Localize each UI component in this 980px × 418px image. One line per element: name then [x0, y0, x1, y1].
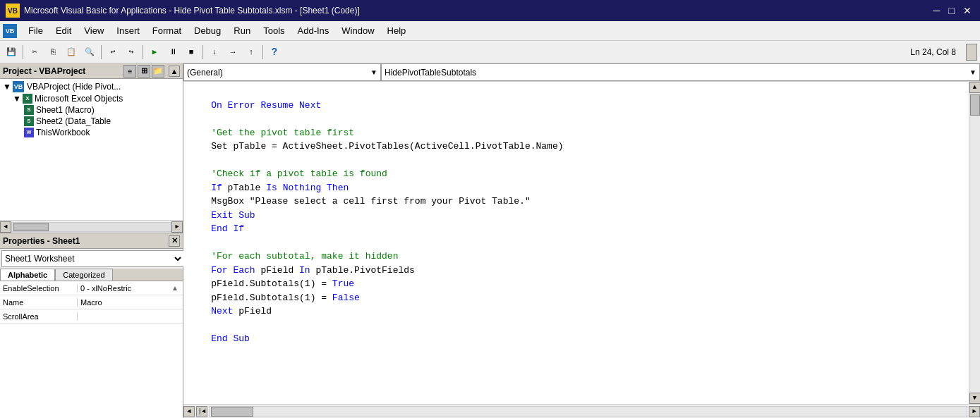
- toolbar-copy-icon[interactable]: ⎘: [44, 44, 61, 61]
- prop-value-name[interactable]: Macro: [78, 298, 183, 307]
- scroll-track: [969, 93, 981, 393]
- prop-name-name: Name: [0, 298, 78, 307]
- toolbar-paste-icon[interactable]: 📋: [63, 44, 80, 61]
- project-scrollbar-btn[interactable]: ▲: [169, 66, 180, 77]
- toolbar-scrollbar-btn[interactable]: [966, 44, 977, 61]
- toolbar-step-into-icon[interactable]: ↓: [206, 44, 223, 61]
- menu-help[interactable]: Help: [382, 23, 412, 38]
- title-bar-left: VB Microsoft Visual Basic for Applicatio…: [6, 4, 360, 18]
- prop-value-enableselection[interactable]: 0 - xlNoRestric: [78, 284, 171, 293]
- menu-debug[interactable]: Debug: [188, 23, 226, 38]
- menu-format[interactable]: Format: [147, 23, 187, 38]
- toolbar-sep4: [202, 45, 203, 59]
- scroll-up-btn[interactable]: ▲: [969, 82, 981, 93]
- hscroll-track: [209, 406, 967, 417]
- toolbar-step-out-icon[interactable]: ↑: [243, 44, 260, 61]
- code-dropdowns: (General) ▼ HidePivotTableSubtotals ▼: [183, 63, 980, 82]
- properties-tabs: Alphabetic Categorized: [0, 269, 183, 281]
- toolbar-step-over-icon[interactable]: →: [224, 44, 241, 61]
- properties-close-btn[interactable]: ✕: [169, 235, 180, 247]
- tree-row-excel-objects[interactable]: ▼ X Microsoft Excel Objects: [1, 93, 181, 104]
- status-position: Ln 24, Col 8: [910, 47, 956, 57]
- scroll-down-btn[interactable]: ▼: [969, 393, 981, 404]
- hscroll-prev-btn[interactable]: |◄: [196, 406, 207, 417]
- toolbar-sep2: [101, 45, 102, 59]
- hscroll-thumb[interactable]: [211, 407, 253, 417]
- scroll-indicator: ▲: [171, 284, 183, 292]
- menu-edit[interactable]: Edit: [50, 23, 77, 38]
- workbook-label: ThisWorkbook: [36, 128, 90, 137]
- sheet2-icon: S: [24, 116, 34, 126]
- prop-row-name: Name Macro: [0, 295, 183, 309]
- project-toggle2-btn[interactable]: ⊞: [138, 65, 150, 78]
- tree-row-vbaproject[interactable]: ▼ VB VBAProject (Hide Pivot...: [1, 80, 181, 93]
- general-dropdown-text: (General): [187, 68, 223, 78]
- toolbar-stop-icon[interactable]: ■: [183, 44, 200, 61]
- title-bar: VB Microsoft Visual Basic for Applicatio…: [0, 0, 980, 21]
- menu-addins[interactable]: Add-Ins: [292, 23, 335, 38]
- scroll-thumb[interactable]: [970, 94, 980, 116]
- code-content[interactable]: On Error Resume Next 'Get the pivot tabl…: [183, 82, 969, 404]
- properties-title: Properties - Sheet1: [3, 236, 80, 246]
- general-dropdown[interactable]: (General) ▼: [183, 63, 381, 81]
- project-toggle1-btn[interactable]: ≡: [123, 65, 136, 78]
- toolbar-cut-icon[interactable]: ✂: [26, 44, 43, 61]
- menu-bar: VB File Edit View Insert Format Debug Ru…: [0, 21, 980, 41]
- hscroll-right-btn[interactable]: ►: [969, 406, 980, 417]
- code-area: On Error Resume Next 'Get the pivot tabl…: [183, 82, 980, 404]
- project-tree[interactable]: ▼ VB VBAProject (Hide Pivot... ▼ X Micro…: [0, 79, 183, 220]
- hscroll-left-btn[interactable]: ◄: [183, 406, 195, 417]
- menu-file[interactable]: File: [23, 23, 49, 38]
- tree-row-thisworkbook[interactable]: W ThisWorkbook: [1, 127, 181, 138]
- project-panel: Project - VBAProject ≡ ⊞ 📁 ▲ ▼ VB VBAPro…: [0, 63, 183, 233]
- left-panel: Project - VBAProject ≡ ⊞ 📁 ▲ ▼ VB VBAPro…: [0, 63, 183, 418]
- vbaproject-label: VBAProject (Hide Pivot...: [27, 82, 121, 92]
- menu-window[interactable]: Window: [336, 23, 380, 38]
- sheet1-label: Sheet1 (Macro): [36, 105, 95, 115]
- tree-row-sheet2[interactable]: S Sheet2 (Data_Table: [1, 116, 181, 127]
- menu-tools[interactable]: Tools: [258, 23, 290, 38]
- bottom-scrollbar: ◄ |◄ ►: [183, 404, 980, 418]
- project-folder-btn[interactable]: 📁: [152, 65, 164, 78]
- properties-table: EnableSelection 0 - xlNoRestric ▲ Name M…: [0, 281, 183, 418]
- menu-view[interactable]: View: [78, 23, 109, 38]
- toolbar: 💾 ✂ ⎘ 📋 🔍 ↩ ↪ ▶ ⏸ ■ ↓ → ↑ ? Ln 24, Col 8: [0, 41, 980, 63]
- prop-row-scrollarea: ScrollArea: [0, 309, 183, 324]
- sheet1-icon: S: [24, 105, 34, 115]
- menu-run[interactable]: Run: [228, 23, 256, 38]
- excel-objects-icon: X: [23, 94, 32, 104]
- app-icon: VB: [6, 4, 20, 18]
- project-title: Project - VBAProject: [3, 66, 85, 76]
- procedure-dropdown-text: HidePivotTableSubtotals: [385, 68, 476, 78]
- sheet2-label: Sheet2 (Data_Table: [36, 116, 111, 126]
- project-scroll-right-btn[interactable]: ►: [171, 221, 183, 233]
- toolbar-sep1: [23, 45, 23, 59]
- toolbar-find-icon[interactable]: 🔍: [81, 44, 98, 61]
- excel-objects-label: Microsoft Excel Objects: [35, 94, 123, 104]
- project-scroll-left-btn[interactable]: ◄: [0, 221, 11, 233]
- project-hthumb: [13, 223, 49, 231]
- toolbar-pause-icon[interactable]: ⏸: [164, 44, 181, 61]
- minimize-button[interactable]: ─: [931, 6, 943, 16]
- vba-app-icon: VB: [3, 24, 17, 38]
- title-bar-text: Microsoft Visual Basic for Applications …: [24, 6, 360, 16]
- project-htrack: [11, 222, 171, 232]
- maximize-button[interactable]: □: [946, 6, 957, 16]
- right-panel: (General) ▼ HidePivotTableSubtotals ▼ On…: [183, 63, 980, 418]
- toolbar-undo-icon[interactable]: ↩: [104, 44, 121, 61]
- procedure-dropdown[interactable]: HidePivotTableSubtotals ▼: [381, 63, 980, 81]
- prop-row-enableselection: EnableSelection 0 - xlNoRestric ▲: [0, 281, 183, 295]
- toolbar-save-icon[interactable]: 💾: [3, 44, 20, 61]
- tab-categorized[interactable]: Categorized: [55, 269, 112, 281]
- tree-row-sheet1[interactable]: S Sheet1 (Macro): [1, 104, 181, 116]
- toolbar-help-icon[interactable]: ?: [266, 44, 283, 61]
- close-button[interactable]: ✕: [960, 6, 974, 16]
- tab-alphabetic[interactable]: Alphabetic: [0, 269, 55, 281]
- title-bar-controls: ─ □ ✕: [931, 6, 974, 16]
- main-layout: Project - VBAProject ≡ ⊞ 📁 ▲ ▼ VB VBAPro…: [0, 63, 980, 418]
- project-header: Project - VBAProject ≡ ⊞ 📁 ▲: [0, 63, 183, 79]
- toolbar-run-icon[interactable]: ▶: [146, 44, 163, 61]
- toolbar-redo-icon[interactable]: ↪: [123, 44, 140, 61]
- properties-object-select[interactable]: Sheet1 Worksheet: [1, 250, 184, 267]
- menu-insert[interactable]: Insert: [111, 23, 145, 38]
